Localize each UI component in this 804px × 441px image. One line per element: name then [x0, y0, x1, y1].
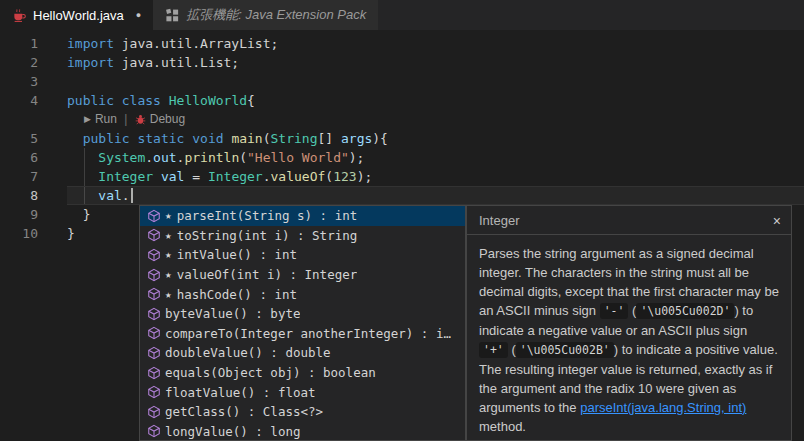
docs-inline-code: '-' — [600, 303, 629, 319]
modified-dot-icon[interactable]: ● — [136, 10, 141, 20]
code-token: void — [192, 131, 223, 146]
tab-extension-pack[interactable]: 拡張機能: Java Extension Pack — [153, 0, 378, 30]
code-token: ){ — [372, 131, 388, 146]
code-token: . — [122, 188, 130, 203]
code-token: java.util.List; — [114, 55, 239, 70]
line-number: 5 — [0, 129, 38, 148]
method-icon — [145, 306, 162, 321]
suggest-item[interactable]: ★toString(int i) : String — [140, 226, 465, 246]
suggest-item[interactable]: ★valueOf(int i) : Integer — [140, 265, 465, 285]
code-line: import java.util.ArrayList; — [67, 34, 804, 53]
code-token: 123 — [333, 169, 356, 184]
suggest-item-label: compareTo(Integer anotherInteger) : i… — [165, 326, 451, 341]
suggest-item-label: parseInt(String s) : int — [177, 208, 358, 223]
code-token: ( — [325, 169, 333, 184]
code-token: ( — [263, 131, 271, 146]
suggest-item[interactable]: getClass() : Class<?> — [140, 402, 465, 422]
code-token — [161, 93, 169, 108]
code-token: ); — [357, 169, 373, 184]
suggest-item[interactable]: byteValue() : byte — [140, 304, 465, 324]
debug-icon — [135, 114, 146, 125]
code-token: valueOf — [271, 169, 326, 184]
line-number: 7 — [0, 167, 38, 186]
suggest-item-label: equals(Object obj) : boolean — [165, 365, 376, 380]
docs-title: Integer — [479, 213, 519, 228]
suggest-item[interactable]: compareTo(Integer anotherInteger) : i… — [140, 324, 465, 344]
docs-inline-code: '+' — [479, 342, 508, 358]
codelens-row: ▶Run | Debug — [67, 110, 804, 129]
code-token: class — [122, 93, 161, 108]
code-token: out — [153, 150, 176, 165]
code-line: Integer val = Integer.valueOf(123); — [67, 167, 804, 186]
code-token: System — [98, 150, 145, 165]
star-icon: ★ — [165, 209, 172, 222]
code-line — [67, 72, 804, 91]
suggest-item[interactable]: floatValue() : float — [140, 382, 465, 402]
code-token: public — [83, 131, 130, 146]
method-icon — [145, 267, 162, 282]
gutter: 12345678910 — [0, 34, 38, 243]
tab-label: 拡張機能: Java Extension Pack — [186, 6, 366, 24]
line-number: 9 — [0, 205, 38, 224]
code-token — [67, 188, 98, 203]
code-token: Integer — [98, 169, 153, 184]
suggest-list: ★parseInt(String s) : int★toString(int i… — [140, 206, 465, 441]
code-token: [] — [318, 131, 341, 146]
docs-panel: Integer × Parses the string argument as … — [466, 205, 792, 441]
suggest-item-label: toString(int i) : String — [177, 228, 358, 243]
extensions-icon — [165, 8, 180, 23]
editor[interactable]: 12345678910 import java.util.ArrayList;i… — [0, 30, 804, 441]
line-number: 10 — [0, 224, 38, 243]
run-icon: ▶ — [84, 110, 91, 129]
suggest-item-label: longValue() : long — [165, 424, 300, 439]
line-number: 4 — [0, 91, 38, 110]
code-token: public — [67, 93, 114, 108]
docs-inline-code: '\u005Cu002D' — [636, 303, 734, 319]
suggest-item-label: floatValue() : float — [165, 385, 316, 400]
code-token: static — [137, 131, 184, 146]
vscode-window: HelloWorld.java ● 拡張機能: Java Extension P… — [0, 0, 804, 441]
code-token: args — [341, 131, 372, 146]
code-token: val — [98, 188, 121, 203]
suggest-item[interactable]: longValue() : long — [140, 422, 465, 441]
code-token: "Hello World" — [247, 150, 349, 165]
suggest-item[interactable]: ★intValue() : int — [140, 245, 465, 265]
suggest-item[interactable]: ★hashCode() : int — [140, 284, 465, 304]
close-icon[interactable]: × — [773, 214, 781, 228]
suggest-item[interactable]: equals(Object obj) : boolean — [140, 363, 465, 383]
suggest-item[interactable]: doubleValue() : double — [140, 343, 465, 363]
code-token: ( — [239, 150, 247, 165]
code-token: println — [184, 150, 239, 165]
tab-label: HelloWorld.java — [33, 8, 124, 23]
suggest-item-label: byteValue() : byte — [165, 306, 300, 321]
method-icon — [145, 404, 162, 419]
suggest-item-label: getClass() : Class<?> — [165, 404, 323, 419]
code-token: . — [263, 169, 271, 184]
line-number: 3 — [0, 72, 38, 91]
code-token — [67, 150, 98, 165]
code-token — [67, 131, 83, 146]
code-token — [153, 169, 161, 184]
code-token: import — [67, 55, 114, 70]
code-token: String — [271, 131, 318, 146]
line-number: 6 — [0, 148, 38, 167]
suggest-item-label: doubleValue() : double — [165, 345, 331, 360]
docs-link[interactable]: parseInt(java.lang.String, int) — [580, 400, 746, 415]
method-icon — [145, 247, 162, 262]
star-icon: ★ — [165, 288, 172, 301]
code-token: main — [231, 131, 262, 146]
method-icon — [145, 228, 162, 243]
codelens-separator: | — [121, 110, 131, 129]
docs-text: method. — [479, 419, 526, 434]
debug-link[interactable]: Debug — [150, 110, 185, 129]
text-cursor — [131, 188, 133, 203]
run-link[interactable]: Run — [95, 110, 117, 129]
suggest-item[interactable]: ★parseInt(String s) : int — [140, 206, 465, 226]
code-token: } — [67, 226, 75, 241]
star-icon: ★ — [165, 248, 172, 261]
code-token: java.util.ArrayList; — [114, 36, 278, 51]
tab-helloworld-java[interactable]: HelloWorld.java ● — [0, 0, 153, 30]
code-token: Integer — [208, 169, 263, 184]
code-token: val — [161, 169, 184, 184]
code-line: public static void main(String[] args){ — [67, 129, 804, 148]
